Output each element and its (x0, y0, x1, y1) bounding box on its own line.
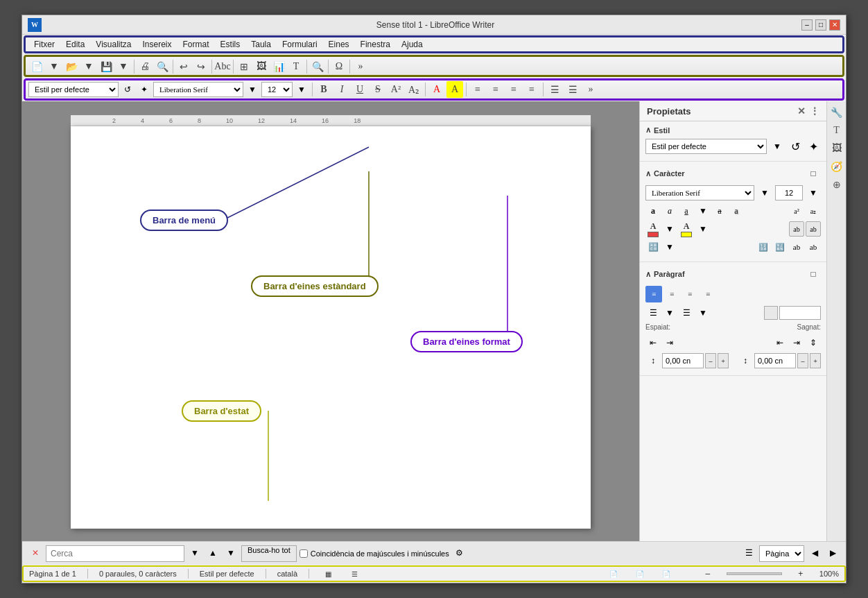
char-size-dropdown-btn[interactable]: ▼ (806, 185, 821, 200)
style-prop-btn1[interactable]: ↺ (788, 139, 803, 154)
find-close-btn[interactable]: ✕ (28, 546, 43, 561)
chart-btn[interactable]: 📊 (270, 58, 287, 75)
para-shading-icon[interactable] (764, 306, 778, 320)
style-prop-btn2[interactable]: ✦ (806, 139, 821, 154)
menu-format[interactable]: Format (177, 38, 215, 51)
new-dropdown-btn[interactable]: ▼ (46, 58, 62, 75)
char-superscript-icon[interactable]: a² (789, 203, 804, 219)
menu-insereix[interactable]: Insereix (137, 38, 177, 51)
char-subscript-icon[interactable]: a₂ (806, 203, 821, 219)
char-font-color-icon[interactable]: A (645, 221, 661, 237)
image-btn[interactable]: 🖼 (253, 58, 270, 75)
nav-next-btn[interactable]: ▶ (825, 546, 840, 561)
font-select[interactable]: Liberation Serif (153, 82, 243, 97)
char-pos-icon5[interactable]: ab (789, 239, 804, 255)
para-indent-icon1[interactable]: ⇤ (645, 335, 661, 350)
status-pages-icon[interactable]: 📄 (606, 566, 621, 581)
font-color-btn[interactable]: A (428, 81, 445, 98)
numbered-list-btn[interactable]: ☰ (564, 81, 581, 98)
char-bold-icon[interactable]: a (645, 203, 661, 219)
style-select[interactable]: Estil per defecte (28, 82, 119, 97)
menu-taula[interactable]: Taula (245, 38, 277, 51)
find-btn[interactable]: 🔍 (309, 58, 326, 75)
char-underline-icon[interactable]: a (679, 203, 694, 219)
strikethrough-btn[interactable]: S (370, 81, 386, 98)
para-list-icon[interactable]: ☰ (645, 305, 661, 321)
list-btn[interactable]: ☰ (546, 81, 563, 98)
char-font-dropdown-btn[interactable]: ▼ (757, 185, 772, 200)
para-indent-icon5[interactable]: ⇕ (806, 335, 821, 350)
properties-menu-btn[interactable]: ⋮ (810, 105, 819, 117)
char-pos-icon2[interactable]: ▼ (662, 239, 677, 255)
sidebar-navigator-icon[interactable]: 🧭 (828, 158, 845, 175)
align-right-btn[interactable]: ≡ (505, 81, 522, 98)
open-dropdown-btn[interactable]: ▼ (80, 58, 97, 75)
minimize-button[interactable]: – (801, 19, 813, 31)
zoom-in-btn[interactable]: + (793, 566, 808, 581)
properties-close-btn[interactable]: ✕ (797, 105, 806, 117)
more-fmt-btn[interactable]: » (582, 81, 599, 98)
menu-formulari[interactable]: Formulari (277, 38, 323, 51)
underline-btn[interactable]: U (351, 81, 368, 98)
sidebar-functions-icon[interactable]: ⊕ (828, 176, 845, 193)
text-box-btn[interactable]: T (288, 58, 304, 75)
char-pos-icon6[interactable]: ab (806, 239, 821, 255)
table-btn[interactable]: ⊞ (236, 58, 252, 75)
menu-ajuda[interactable]: Ajuda (396, 38, 428, 51)
style-refresh-btn[interactable]: ↺ (120, 82, 135, 97)
save-dropdown-btn[interactable]: ▼ (115, 58, 132, 75)
para-list-dropdown[interactable]: ▼ (662, 305, 677, 321)
para-space-plus1[interactable]: + (718, 353, 729, 368)
char-underline-dropdown[interactable]: ▼ (695, 203, 711, 219)
char-strikethrough-icon[interactable]: a (712, 203, 727, 219)
spellcheck-btn[interactable]: Abc (214, 58, 231, 75)
para-align-justify[interactable]: ≡ (700, 286, 716, 302)
menu-edita[interactable]: Edita (60, 38, 90, 51)
undo-btn[interactable]: ↩ (175, 58, 192, 75)
sidebar-gallery-icon[interactable]: 🖼 (828, 140, 845, 157)
para-align-left[interactable]: ≡ (645, 286, 662, 302)
char-font-color-dropdown[interactable]: ▼ (662, 221, 677, 237)
char-section-btn[interactable]: □ (806, 166, 821, 181)
menu-visualitza[interactable]: Visualitza (90, 38, 137, 51)
zoom-out-btn[interactable]: – (700, 566, 715, 581)
document-area[interactable]: 2 4 6 8 10 12 14 16 18 (22, 101, 639, 541)
char-pos-icon4[interactable]: 🔣 (772, 239, 788, 255)
char-shadow-icon[interactable]: a (729, 203, 744, 219)
para-numbered-icon[interactable]: ☰ (679, 305, 694, 321)
menu-estils[interactable]: Estils (215, 38, 246, 51)
para-indent-icon4[interactable]: ⇥ (789, 335, 804, 350)
para-align-right[interactable]: ≡ (682, 286, 698, 302)
open-btn[interactable]: 📂 (63, 58, 80, 75)
style-props-select[interactable]: Estil per defecte (645, 139, 767, 154)
para-indent-icon3[interactable]: ⇤ (772, 335, 788, 350)
find-options-btn[interactable]: ⚙ (452, 546, 467, 561)
zoom-slider[interactable] (727, 572, 782, 575)
menu-eines[interactable]: Eines (323, 38, 355, 51)
bold-btn[interactable]: B (315, 81, 332, 98)
save-btn[interactable]: 💾 (98, 58, 114, 75)
para-numbered-dropdown[interactable]: ▼ (695, 305, 711, 321)
close-button[interactable]: ✕ (829, 19, 840, 31)
align-justify-btn[interactable]: ≡ (523, 81, 540, 98)
char-font-select[interactable]: Liberation Serif (645, 185, 754, 200)
highlight-btn[interactable]: A (446, 81, 463, 98)
para-indent-icon6[interactable]: ↕ (738, 353, 753, 368)
find-record-icon[interactable]: ☰ (741, 546, 756, 561)
subscript-btn[interactable]: A₂ (406, 81, 422, 98)
char-pos-icon1[interactable]: 🔠 (645, 239, 661, 255)
status-pages-icon2[interactable]: 📄 (632, 566, 648, 581)
case-sensitive-check[interactable] (300, 549, 308, 558)
italic-btn[interactable]: I (333, 81, 350, 98)
find-input[interactable] (46, 545, 184, 562)
nav-prev-btn[interactable]: ◀ (807, 546, 822, 561)
document-page[interactable]: Barra de menú Barra d'eines estàndard Ba… (71, 126, 591, 529)
align-left-btn[interactable]: ≡ (469, 81, 486, 98)
char-italic-icon[interactable]: a (662, 203, 677, 219)
nav-type-select[interactable]: Pàgina (759, 545, 804, 562)
char-size-input[interactable] (775, 185, 803, 200)
char-highlight-dropdown[interactable]: ▼ (695, 221, 711, 237)
para-space-minus2[interactable]: – (797, 353, 808, 368)
font-dropdown-btn[interactable]: ▼ (245, 82, 260, 97)
size-select[interactable]: 12 (261, 82, 293, 97)
